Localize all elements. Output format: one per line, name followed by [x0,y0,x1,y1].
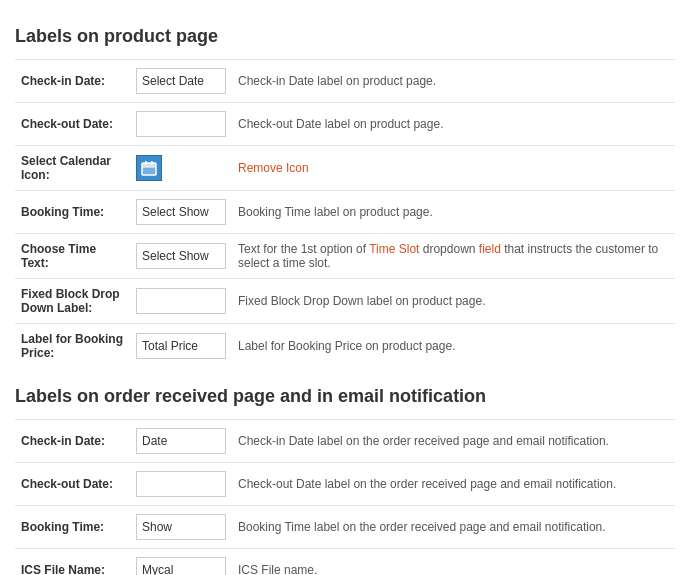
checkout-date-product-input-cell [130,103,232,146]
table-row: Label for Booking Price: Label for Booki… [15,324,675,369]
checkin-date-product-label: Check-in Date: [15,60,130,103]
fixed-block-desc: Fixed Block Drop Down label on product p… [232,279,675,324]
table-row: Check-in Date: Check-in Date label on pr… [15,60,675,103]
checkin-date-product-desc: Check-in Date label on product page. [232,60,675,103]
page-wrapper: Labels on product page Check-in Date: Ch… [0,0,690,575]
checkin-date-order-desc: Check-in Date label on the order receive… [232,420,675,463]
table-row: Check-out Date: Check-out Date label on … [15,103,675,146]
booking-time-order-label: Booking Time: [15,506,130,549]
choose-time-text-desc: Text for the 1st option of Time Slot dro… [232,234,675,279]
table-row: Booking Time: Booking Time label on prod… [15,191,675,234]
checkout-date-order-desc: Check-out Date label on the order receiv… [232,463,675,506]
table-row: Choose Time Text: Text for the 1st optio… [15,234,675,279]
label-booking-price-desc: Label for Booking Price on product page. [232,324,675,369]
booking-time-order-input-cell [130,506,232,549]
svg-rect-2 [142,163,156,167]
table-row: Booking Time: Booking Time label on the … [15,506,675,549]
checkin-date-order-input[interactable] [136,428,226,454]
calendar-icon-button[interactable] [136,155,162,181]
order-page-table: Check-in Date: Check-in Date label on th… [15,419,675,575]
checkout-date-order-input[interactable] [136,471,226,497]
time-slot-highlight: Time Slot [369,242,419,256]
fixed-block-input-cell [130,279,232,324]
ics-file-name-input-cell [130,549,232,576]
checkout-date-product-desc: Check-out Date label on product page. [232,103,675,146]
choose-time-text-label: Choose Time Text: [15,234,130,279]
table-row: Select Calendar Icon: [15,146,675,191]
choose-time-text-input[interactable] [136,243,226,269]
fixed-block-label: Fixed Block Drop Down Label: [15,279,130,324]
remove-icon-link[interactable]: Remove Icon [238,161,309,175]
calendar-icon-label: Select Calendar Icon: [15,146,130,191]
table-row: Check-in Date: Check-in Date label on th… [15,420,675,463]
ics-file-name-input[interactable] [136,557,226,575]
checkin-date-order-label: Check-in Date: [15,420,130,463]
table-row: Fixed Block Drop Down Label: Fixed Block… [15,279,675,324]
section-order-title: Labels on order received page and in ema… [15,386,675,411]
checkin-date-order-input-cell [130,420,232,463]
booking-time-product-input-cell [130,191,232,234]
ics-file-name-label: ICS File Name: [15,549,130,576]
section-order-page: Labels on order received page and in ema… [15,386,675,575]
checkout-date-order-label: Check-out Date: [15,463,130,506]
checkin-date-product-input-cell [130,60,232,103]
fixed-block-input[interactable] [136,288,226,314]
booking-time-order-input[interactable] [136,514,226,540]
section-product-title: Labels on product page [15,26,675,51]
table-row: ICS File Name: ICS File name. [15,549,675,576]
label-booking-price-label: Label for Booking Price: [15,324,130,369]
label-booking-price-input-cell [130,324,232,369]
booking-time-product-input[interactable] [136,199,226,225]
calendar-icon-input-cell [130,146,232,191]
booking-time-product-label: Booking Time: [15,191,130,234]
checkout-date-order-input-cell [130,463,232,506]
checkin-date-product-input[interactable] [136,68,226,94]
field-highlight: field [479,242,501,256]
product-page-table: Check-in Date: Check-in Date label on pr… [15,59,675,368]
table-row: Check-out Date: Check-out Date label on … [15,463,675,506]
section-product-page: Labels on product page Check-in Date: Ch… [15,26,675,368]
checkout-date-product-input[interactable] [136,111,226,137]
booking-time-order-desc: Booking Time label on the order received… [232,506,675,549]
label-booking-price-input[interactable] [136,333,226,359]
calendar-icon-desc: Remove Icon [232,146,675,191]
choose-time-text-input-cell [130,234,232,279]
ics-file-name-desc: ICS File name. [232,549,675,576]
checkout-date-product-label: Check-out Date: [15,103,130,146]
booking-time-product-desc: Booking Time label on product page. [232,191,675,234]
